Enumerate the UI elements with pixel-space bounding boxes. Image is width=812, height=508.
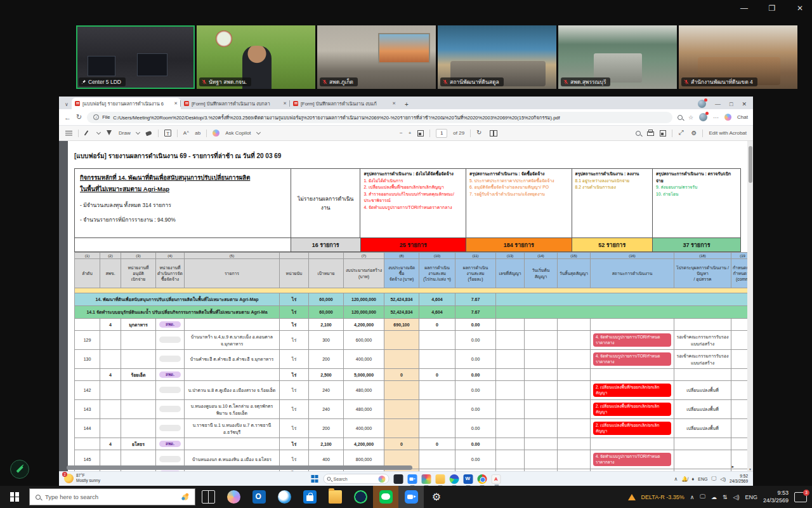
taskbar-outlook[interactable] [246,486,272,508]
taskbar-app-acrobat[interactable] [492,474,501,484]
close-button[interactable]: ✕ [794,4,806,13]
zoom-out-button[interactable]: − [400,130,403,136]
horizontal-scrollbar-thumb[interactable] [67,465,412,470]
copilot-icon[interactable] [213,130,219,137]
search-document-icon[interactable] [636,131,641,136]
save-icon[interactable] [659,130,666,137]
scroll-right-arrow[interactable]: ▸ [731,464,734,469]
volume-icon[interactable]: ◁) [720,476,726,482]
ask-copilot-label[interactable]: Ask Copilot [225,130,251,136]
clock[interactable]: 9:5324/3/2569 [763,490,789,504]
vertical-scrollbar-thumb[interactable] [749,146,752,183]
mic-icon[interactable]: ♦ [691,476,694,482]
pen-select-icon[interactable] [84,130,91,137]
browser-maximize-button[interactable]: □ [730,101,733,107]
browser-tab[interactable]: [Form] บันทึกผลการดำเนินงาน งบแก้ ✕ [290,98,399,109]
volume-icon[interactable]: ◁) [733,494,740,500]
taskbar-webex[interactable] [348,486,373,508]
stock-ticker[interactable]: DELTA-R -3.35% [641,494,684,500]
taskbar-app-edge[interactable] [450,474,459,484]
network-icon[interactable]: ⇅ [723,494,728,500]
copilot-icon[interactable] [724,114,731,121]
fit-width-icon[interactable] [417,130,424,137]
display-icon[interactable]: 🖵 [700,493,705,500]
zoom-page-icon[interactable] [678,115,683,120]
taskbar-app-zoom[interactable] [408,474,417,484]
browser-tab[interactable]: [Form] บันทึกผลการดำเนินงาน งบกลา ✕ [181,98,290,109]
address-bar[interactable]: i File C:/Users/Meeting%20Room%202/Deskt… [87,112,672,123]
video-tile[interactable]: สพด.ภูเก็ต [317,25,436,89]
taskbar-store[interactable] [297,486,322,508]
start-button[interactable] [311,475,319,483]
hidden-icons-chevron[interactable]: ∧ [674,476,678,482]
chevron-down-icon[interactable] [136,130,140,134]
horizontal-scrollbar[interactable]: ▸ [67,465,737,470]
taskbar-search-box[interactable]: Type here to search [29,488,195,505]
fullscreen-icon[interactable] [678,130,685,137]
eraser-icon[interactable] [145,130,152,137]
new-tab-button[interactable]: + [402,99,412,109]
video-tile[interactable]: สำนักงานพัฒนาที่ดินเขต 4 [679,25,797,89]
profile-avatar[interactable] [698,100,706,108]
browser-tab[interactable]: [แบบฟอร์ม] รายงานผลการดำเนินงาน 6 ✕ [72,98,181,109]
clock[interactable]: 9:5224/3/2569 [730,474,748,485]
minimize-button[interactable]: — [738,4,750,13]
page-info-icon[interactable]: i [93,114,99,120]
taskbar-settings[interactable]: ⚙ [424,486,449,508]
video-tile[interactable]: Center 5 LDD [76,25,195,89]
text-box-icon[interactable] [164,130,171,137]
taskbar-search-app[interactable] [272,486,297,508]
taskbar-file-explorer[interactable] [322,486,348,508]
gear-icon[interactable]: ⚙ [691,130,697,137]
video-tile[interactable]: นัทฐา สพด.กจน. [197,25,315,89]
more-menu-icon[interactable]: ··· [713,114,719,121]
weather-widget[interactable]: 2 87°FMostly sunny [64,473,100,483]
taskbar-app-widget[interactable] [394,474,403,484]
taskbar-app-word[interactable] [464,474,473,484]
taskbar-zoom[interactable] [398,486,424,508]
draw-tool-icon[interactable] [106,130,113,137]
tab-search-icon[interactable]: ∨ [62,99,72,109]
taskbar-copilot[interactable] [221,486,246,508]
vertical-scrollbar[interactable]: ▾ [747,141,753,471]
video-tile[interactable]: สพด.สุพรรณบุรี [558,25,677,89]
copilot-chat-label[interactable]: Chat [737,114,748,120]
rotate-icon[interactable] [476,130,483,137]
maximize-button[interactable]: ❐ [766,4,778,13]
language-indicator[interactable]: ENG [698,477,707,481]
taskbar-app-paint[interactable] [422,474,431,484]
notification-center-icon[interactable]: 3 [794,492,807,502]
chevron-down-icon[interactable] [96,130,101,134]
print-icon[interactable] [646,130,653,137]
draw-label[interactable]: Draw [119,130,131,136]
zoom-in-button[interactable]: + [409,130,412,136]
chevron-down-icon[interactable] [256,130,261,134]
page-number-input[interactable]: 1 [436,129,447,138]
start-button[interactable] [0,486,29,508]
back-icon[interactable]: ← [64,114,71,121]
favorite-star-icon[interactable]: ☆ [688,114,693,121]
hidden-icons-chevron[interactable]: ∧ [690,494,695,500]
language-indicator[interactable]: ENG [745,494,757,500]
taskbar-line[interactable] [373,486,398,508]
read-aloud-icon[interactable]: ab [195,130,200,136]
taskbar-task-view[interactable] [195,486,221,508]
taskbar-app-file-explorer[interactable] [436,474,445,484]
browser-minimize-button[interactable]: — [715,101,721,107]
annotate-button[interactable] [10,460,29,479]
tab-close-icon[interactable]: ✕ [283,101,287,106]
table-of-contents-icon[interactable] [65,130,72,137]
search-box[interactable]: Search [324,474,390,484]
taskbar-app-chrome[interactable] [478,474,487,484]
onedrive-icon[interactable]: ☁ [711,494,717,500]
scroll-down-arrow[interactable]: ▾ [747,467,753,471]
add-text-icon[interactable]: Aᣔ [183,130,190,137]
profile-avatar[interactable] [699,113,707,121]
page-view-icon[interactable] [489,130,496,137]
browser-close-button[interactable]: ✕ [742,101,747,107]
tab-close-icon[interactable]: ✕ [392,101,396,106]
tab-close-icon[interactable]: ✕ [174,101,178,106]
video-tile[interactable]: สถานีพัฒนาที่ดินสตูล [438,25,556,89]
refresh-icon[interactable]: ↻ [76,113,82,121]
edit-with-acrobat-button[interactable]: Edit with Acrobat [709,130,747,136]
